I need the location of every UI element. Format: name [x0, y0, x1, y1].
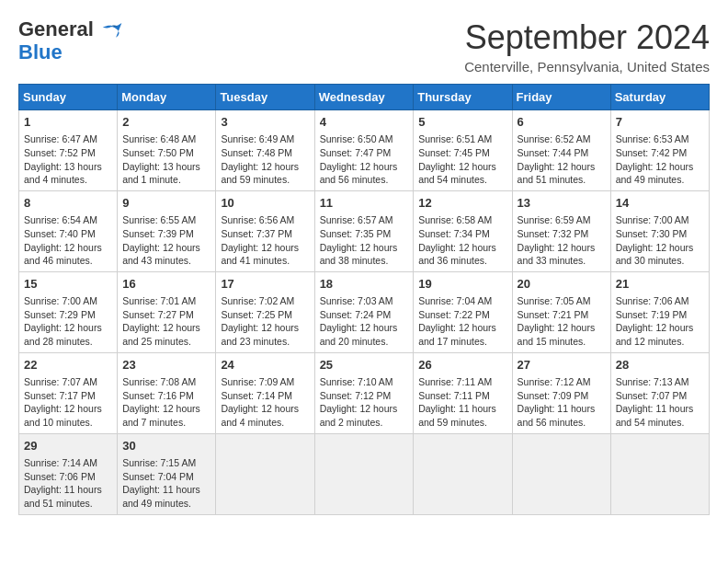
calendar-cell: 22Sunrise: 7:07 AMSunset: 7:17 PMDayligh… — [19, 352, 118, 433]
sunrise: Sunrise: 6:57 AM — [320, 213, 409, 227]
calendar-cell: 17Sunrise: 7:02 AMSunset: 7:25 PMDayligh… — [216, 271, 314, 352]
sunset: Sunset: 7:30 PM — [616, 227, 704, 241]
sunset: Sunset: 7:22 PM — [418, 308, 506, 322]
sunset: Sunset: 7:40 PM — [24, 227, 112, 241]
sunset: Sunset: 7:35 PM — [320, 227, 409, 241]
sunset: Sunset: 7:16 PM — [122, 389, 210, 403]
sunset: Sunset: 7:12 PM — [320, 389, 409, 403]
day-number: 1 — [24, 114, 112, 131]
day-number: 14 — [616, 195, 704, 212]
sunset: Sunset: 7:04 PM — [122, 470, 210, 484]
sunset: Sunset: 7:14 PM — [221, 389, 309, 403]
sunset: and 59 minutes. — [418, 416, 506, 430]
calendar-cell: 26Sunrise: 7:11 AMSunset: 7:11 PMDayligh… — [414, 352, 512, 433]
sunset: and 10 minutes. — [24, 416, 112, 430]
sunset: Sunset: 7:47 PM — [320, 146, 409, 160]
calendar-cell: 28Sunrise: 7:13 AMSunset: 7:07 PMDayligh… — [610, 352, 709, 433]
sunset: and 56 minutes. — [320, 173, 409, 187]
calendar-cell: 16Sunrise: 7:01 AMSunset: 7:27 PMDayligh… — [118, 271, 216, 352]
calendar-cell: 4Sunrise: 6:50 AMSunset: 7:47 PMDaylight… — [314, 110, 414, 191]
daylight-hours: Daylight: 12 hours — [616, 241, 704, 255]
sunset: and 17 minutes. — [418, 335, 506, 349]
sunset: and 43 minutes. — [122, 254, 210, 268]
sunset: Sunset: 7:42 PM — [616, 146, 704, 160]
sunrise: Sunrise: 7:04 AM — [418, 294, 506, 308]
sunrise: Sunrise: 6:52 AM — [518, 132, 606, 146]
sunset: Sunset: 7:21 PM — [518, 308, 606, 322]
sunset: Sunset: 7:39 PM — [122, 227, 210, 241]
day-number: 6 — [518, 114, 606, 131]
sunrise: Sunrise: 7:00 AM — [24, 294, 112, 308]
daylight-hours: Daylight: 11 hours — [122, 483, 210, 497]
calendar-header-row: SundayMondayTuesdayWednesdayThursdayFrid… — [19, 85, 710, 110]
sunrise: Sunrise: 7:12 AM — [518, 375, 606, 389]
daylight-hours: Daylight: 12 hours — [418, 160, 506, 174]
daylight-hours: Daylight: 12 hours — [24, 321, 112, 335]
sunset: Sunset: 7:07 PM — [616, 389, 704, 403]
sunset: Sunset: 7:50 PM — [122, 146, 210, 160]
calendar-cell: 9Sunrise: 6:55 AMSunset: 7:39 PMDaylight… — [118, 190, 216, 271]
daylight-hours: Daylight: 12 hours — [221, 160, 309, 174]
calendar-week-row: 15Sunrise: 7:00 AMSunset: 7:29 PMDayligh… — [19, 271, 710, 352]
calendar-week-row: 22Sunrise: 7:07 AMSunset: 7:17 PMDayligh… — [19, 352, 710, 433]
daylight-hours: Daylight: 13 hours — [122, 160, 210, 174]
calendar-cell — [314, 433, 414, 514]
day-number: 29 — [24, 438, 112, 454]
daylight-hours: Daylight: 12 hours — [221, 241, 309, 255]
daylight-hours: Daylight: 12 hours — [518, 321, 606, 335]
sunset: Sunset: 7:09 PM — [518, 389, 606, 403]
sunset: Sunset: 7:24 PM — [320, 308, 409, 322]
sunset: and 51 minutes. — [518, 173, 606, 187]
day-number: 17 — [221, 276, 309, 293]
daylight-hours: Daylight: 11 hours — [518, 402, 606, 416]
daylight-hours: Daylight: 12 hours — [320, 402, 409, 416]
sunrise: Sunrise: 7:06 AM — [616, 294, 704, 308]
sunset: and 33 minutes. — [518, 254, 606, 268]
sunset: and 15 minutes. — [518, 335, 606, 349]
daylight-hours: Daylight: 12 hours — [418, 321, 506, 335]
sunset: and 25 minutes. — [122, 335, 210, 349]
calendar-cell: 1Sunrise: 6:47 AMSunset: 7:52 PMDaylight… — [19, 110, 118, 191]
daylight-hours: Daylight: 11 hours — [24, 483, 112, 497]
sunset: and 56 minutes. — [518, 416, 606, 430]
sunrise: Sunrise: 7:01 AM — [122, 294, 210, 308]
sunrise: Sunrise: 7:09 AM — [221, 375, 309, 389]
calendar-cell: 5Sunrise: 6:51 AMSunset: 7:45 PMDaylight… — [414, 110, 512, 191]
sunset: and 54 minutes. — [616, 416, 704, 430]
sunset: Sunset: 7:19 PM — [616, 308, 704, 322]
calendar-cell: 19Sunrise: 7:04 AMSunset: 7:22 PMDayligh… — [414, 271, 512, 352]
calendar-cell — [414, 433, 512, 514]
calendar-table: SundayMondayTuesdayWednesdayThursdayFrid… — [18, 84, 710, 515]
calendar-cell: 18Sunrise: 7:03 AMSunset: 7:24 PMDayligh… — [314, 271, 414, 352]
daylight-hours: Daylight: 12 hours — [24, 241, 112, 255]
calendar-cell — [610, 433, 709, 514]
day-number: 25 — [320, 357, 409, 373]
daylight-hours: Daylight: 12 hours — [221, 321, 309, 335]
sunset: Sunset: 7:52 PM — [24, 146, 112, 160]
sunset: and 20 minutes. — [320, 335, 409, 349]
day-number: 30 — [122, 438, 210, 454]
sunrise: Sunrise: 6:59 AM — [518, 213, 606, 227]
calendar-cell: 21Sunrise: 7:06 AMSunset: 7:19 PMDayligh… — [610, 271, 709, 352]
day-number: 4 — [320, 114, 409, 131]
sunrise: Sunrise: 7:11 AM — [418, 375, 506, 389]
sunset: and 54 minutes. — [418, 173, 506, 187]
day-number: 27 — [518, 357, 606, 373]
daylight-hours: Daylight: 11 hours — [616, 402, 704, 416]
sunset: Sunset: 7:45 PM — [418, 146, 506, 160]
sunrise: Sunrise: 6:56 AM — [221, 213, 309, 227]
calendar-week-row: 29Sunrise: 7:14 AMSunset: 7:06 PMDayligh… — [19, 433, 710, 514]
sunrise: Sunrise: 6:47 AM — [24, 132, 112, 146]
day-number: 21 — [616, 276, 704, 293]
sunrise: Sunrise: 7:05 AM — [518, 294, 606, 308]
day-number: 11 — [320, 195, 409, 212]
sunrise: Sunrise: 6:50 AM — [320, 132, 409, 146]
sunset: and 49 minutes. — [616, 173, 704, 187]
sunrise: Sunrise: 7:14 AM — [24, 456, 112, 470]
sunrise: Sunrise: 6:55 AM — [122, 213, 210, 227]
calendar-cell: 15Sunrise: 7:00 AMSunset: 7:29 PMDayligh… — [19, 271, 118, 352]
daylight-hours: Daylight: 12 hours — [122, 241, 210, 255]
sunrise: Sunrise: 6:58 AM — [418, 213, 506, 227]
day-number: 2 — [122, 114, 210, 131]
page-header: General Blue September 2024 Centerville,… — [18, 18, 710, 75]
